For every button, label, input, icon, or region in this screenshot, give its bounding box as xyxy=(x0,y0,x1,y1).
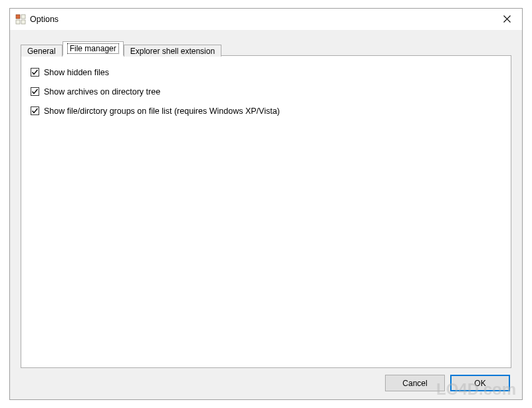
checkbox-show-archives[interactable] xyxy=(31,87,39,96)
checkbox-show-hidden[interactable] xyxy=(31,68,39,77)
checkbox-label: Show file/dirctory groups on file list (… xyxy=(44,106,280,116)
close-icon xyxy=(503,15,511,25)
tab-label: Explorer shell extension xyxy=(130,47,215,56)
svg-rect-1 xyxy=(21,15,25,19)
check-icon xyxy=(31,88,39,95)
button-label: Cancel xyxy=(402,379,427,388)
cancel-button[interactable]: Cancel xyxy=(385,375,445,391)
tabs-header: General File manager Explorer shell exte… xyxy=(21,41,511,55)
svg-rect-3 xyxy=(21,20,25,24)
option-show-archives[interactable]: Show archives on directory tree xyxy=(31,86,501,97)
option-show-groups[interactable]: Show file/dirctory groups on file list (… xyxy=(31,105,501,116)
tabs-container: General File manager Explorer shell exte… xyxy=(21,41,511,368)
tab-general[interactable]: General xyxy=(21,45,63,57)
svg-rect-0 xyxy=(16,15,20,19)
client-area: General File manager Explorer shell exte… xyxy=(10,30,522,399)
option-show-hidden[interactable]: Show hidden files xyxy=(31,67,501,78)
tab-panel-file-manager: Show hidden files Show archives on direc… xyxy=(21,55,511,368)
check-icon xyxy=(31,69,39,76)
window-title: Options xyxy=(30,15,59,24)
button-label: OK xyxy=(474,379,485,388)
checkbox-label: Show hidden files xyxy=(44,68,109,77)
tab-label: File manager xyxy=(67,43,119,54)
tab-explorer-shell[interactable]: Explorer shell extension xyxy=(124,45,221,57)
tab-label: General xyxy=(27,47,56,56)
titlebar: Options xyxy=(10,9,522,30)
tab-file-manager[interactable]: File manager xyxy=(63,41,124,56)
close-button[interactable] xyxy=(491,9,522,30)
options-window: Options General File manager xyxy=(9,8,523,400)
checkbox-show-groups[interactable] xyxy=(31,106,39,115)
button-row: Cancel OK xyxy=(21,375,511,391)
ok-button[interactable]: OK xyxy=(450,375,510,391)
svg-rect-2 xyxy=(16,20,20,24)
check-icon xyxy=(31,107,39,114)
checkbox-label: Show archives on directory tree xyxy=(44,87,160,97)
app-icon xyxy=(15,14,26,25)
